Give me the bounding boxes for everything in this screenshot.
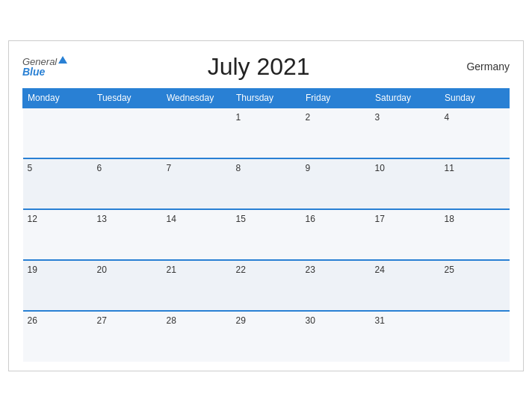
day-number: 24 [375,265,385,275]
day-number: 9 [306,163,311,173]
day-number: 16 [306,214,315,224]
calendar-cell: 10 [371,158,440,209]
calendar-grid: MondayTuesdayWednesdayThursdayFridaySatu… [22,88,510,362]
calendar-cell: 11 [440,158,510,209]
country-label: Germany [450,61,510,72]
calendar-cell: 5 [23,158,93,209]
day-number: 30 [306,315,315,326]
day-number: 29 [236,315,246,326]
calendar-cell: 25 [440,260,510,311]
calendar-cell [93,108,162,158]
calendar-cell: 19 [23,260,93,311]
day-number: 3 [375,112,380,123]
calendar-cell: 7 [162,158,232,209]
day-number: 10 [375,163,385,173]
weekday-header-monday: Monday [23,88,93,108]
calendar-cell: 8 [232,158,301,209]
day-number: 4 [445,112,450,123]
weekday-header-sunday: Sunday [440,88,510,108]
day-number: 12 [28,214,37,224]
day-number: 31 [375,315,385,326]
weekday-header-thursday: Thursday [232,88,301,108]
day-number: 21 [167,265,176,275]
day-number: 20 [97,265,107,275]
day-number: 23 [306,265,315,275]
logo: General Blue [22,57,67,77]
day-number: 26 [28,315,37,326]
day-number: 25 [445,265,454,275]
day-number: 17 [375,214,385,224]
day-number: 2 [306,112,311,123]
logo-triangle-icon [58,56,67,64]
calendar-cell: 13 [93,209,162,260]
calendar-cell [440,311,510,362]
month-title: July 2021 [67,53,450,81]
calendar-cell: 20 [93,260,162,311]
day-number: 15 [236,214,246,224]
logo-general-text: General [22,57,57,67]
day-number: 27 [97,315,107,326]
calendar-cell: 29 [232,311,301,362]
calendar-cell: 24 [371,260,440,311]
weekday-header-saturday: Saturday [371,88,440,108]
calendar-cell: 26 [23,311,93,362]
calendar-cell: 3 [371,108,440,158]
calendar-cell: 1 [232,108,301,158]
weekday-header-friday: Friday [301,88,371,108]
day-number: 7 [167,163,172,173]
calendar-container: General Blue July 2021 Germany MondayTue… [8,40,524,371]
day-number: 6 [97,163,102,173]
calendar-cell: 4 [440,108,510,158]
day-number: 22 [236,265,246,275]
logo-blue-text: Blue [22,67,67,77]
calendar-cell: 6 [93,158,162,209]
day-number: 19 [28,265,37,275]
calendar-cell: 14 [162,209,232,260]
calendar-cell: 30 [301,311,371,362]
calendar-cell: 18 [440,209,510,260]
calendar-cell: 31 [371,311,440,362]
day-number: 14 [167,214,176,224]
calendar-cell: 28 [162,311,232,362]
calendar-cell [23,108,93,158]
calendar-cell: 21 [162,260,232,311]
weekday-header-wednesday: Wednesday [162,88,232,108]
day-number: 1 [236,112,241,123]
calendar-cell: 22 [232,260,301,311]
calendar-cell: 27 [93,311,162,362]
day-number: 8 [236,163,241,173]
calendar-cell: 23 [301,260,371,311]
calendar-cell: 16 [301,209,371,260]
day-number: 28 [167,315,176,326]
day-number: 11 [445,163,454,173]
weekday-header-tuesday: Tuesday [93,88,162,108]
calendar-cell: 17 [371,209,440,260]
calendar-cell: 15 [232,209,301,260]
calendar-cell [162,108,232,158]
day-number: 13 [97,214,107,224]
calendar-cell: 12 [23,209,93,260]
calendar-cell: 2 [301,108,371,158]
day-number: 5 [28,163,33,173]
calendar-cell: 9 [301,158,371,209]
calendar-header: General Blue July 2021 Germany [22,53,510,81]
day-number: 18 [445,214,454,224]
